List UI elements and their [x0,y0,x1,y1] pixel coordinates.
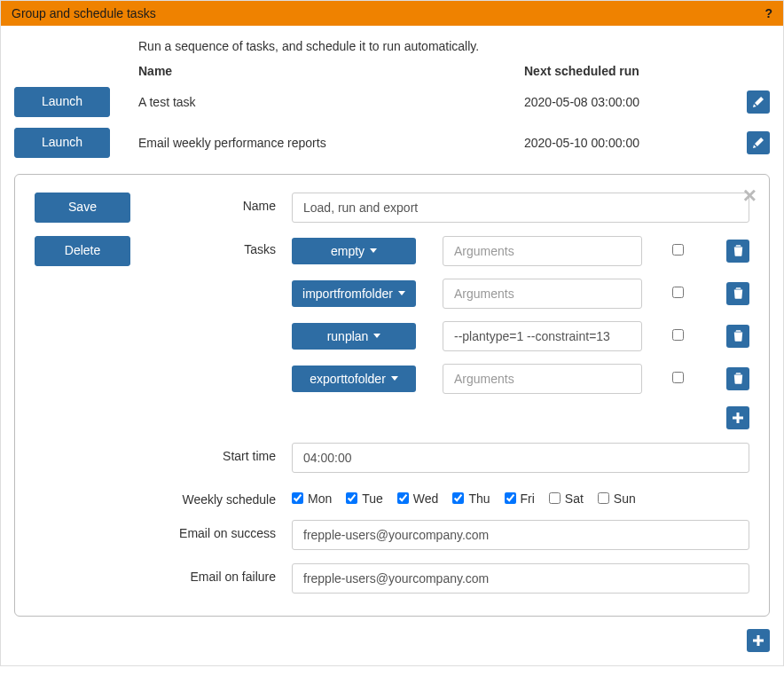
task-row: Launch Email weekly performance reports … [14,128,770,158]
day-checkbox-thu[interactable] [452,492,464,504]
task-type-dropdown[interactable]: importfromfolder [292,280,416,307]
task-checkbox[interactable] [672,244,684,256]
day-label: Tue [362,491,383,506]
column-header-name: Name [138,64,524,78]
task-list: Launch A test task 2020-05-08 03:00:00 L… [14,87,770,158]
name-input[interactable] [292,193,749,223]
close-button[interactable]: × [743,184,757,207]
task-entry: empty [292,236,749,266]
panel-title: Group and schedule tasks [12,6,156,20]
day-checkbox-wed[interactable] [397,492,409,504]
day-label: Sat [565,491,584,506]
caret-down-icon [370,248,377,253]
day-option[interactable]: Fri [505,491,535,506]
task-entry: exporttofolder [292,364,749,394]
weekly-schedule-group: Mon Tue Wed Thu Fri Sat Sun [292,486,749,506]
task-type-label: empty [331,244,365,258]
day-option[interactable]: Sun [598,491,636,506]
task-type-label: importfromfolder [302,287,393,301]
day-label: Sun [614,491,636,506]
task-type-label: runplan [327,329,369,343]
arguments-input[interactable] [443,279,642,309]
trash-icon [733,245,743,256]
day-label: Fri [521,491,535,506]
edit-icon [753,97,764,107]
panel-body: Run a sequence of tasks, and schedule it… [1,26,783,665]
task-rows-container: empty importfromfolder [292,236,749,429]
day-option[interactable]: Thu [452,491,490,506]
day-checkbox-tue[interactable] [346,492,357,504]
edit-button[interactable] [747,131,770,154]
task-next-run: 2020-05-10 00:00:00 [524,136,734,150]
launch-button[interactable]: Launch [14,128,110,158]
task-name: Email weekly performance reports [138,136,524,150]
task-type-dropdown[interactable]: exporttofolder [292,366,416,392]
email-success-input[interactable] [292,520,749,550]
save-button[interactable]: Save [35,193,130,223]
start-time-input[interactable] [292,443,749,473]
day-checkbox-sun[interactable] [598,492,609,504]
day-label: Wed [413,491,439,506]
caret-down-icon [373,334,380,338]
label-email-success: Email on success [159,520,292,540]
email-failure-input[interactable] [292,563,749,594]
task-entry: runplan [292,321,749,351]
caret-down-icon [391,376,398,381]
task-list-header: Name Next scheduled run [138,64,770,78]
column-header-next: Next scheduled run [524,64,770,78]
label-tasks: Tasks [159,236,292,256]
delete-task-button[interactable] [726,367,749,390]
day-checkbox-fri[interactable] [505,492,516,504]
delete-task-button[interactable] [726,282,749,305]
label-weekly-schedule: Weekly schedule [159,486,292,507]
launch-button[interactable]: Launch [14,87,110,117]
help-icon[interactable]: ? [764,6,772,20]
task-checkbox[interactable] [672,287,684,298]
arguments-input[interactable] [443,321,642,351]
plus-icon [753,635,764,646]
day-option[interactable]: Sat [549,491,584,506]
plus-icon [733,413,743,423]
label-name: Name [159,193,292,213]
task-checkbox[interactable] [672,372,684,383]
task-editor: × Save Name Delete Tasks [14,174,770,617]
day-option[interactable]: Tue [346,491,383,506]
task-type-dropdown[interactable]: empty [292,238,416,264]
edit-icon [753,138,764,148]
delete-button[interactable]: Delete [35,236,130,266]
task-type-dropdown[interactable]: runplan [292,323,416,350]
trash-icon [733,287,743,299]
arguments-input[interactable] [443,236,642,266]
add-task-button[interactable] [726,406,749,429]
day-checkbox-mon[interactable] [292,492,303,504]
label-start-time: Start time [159,443,292,463]
trash-icon [733,330,743,342]
delete-task-button[interactable] [726,240,749,263]
panel-description: Run a sequence of tasks, and schedule it… [138,39,770,53]
day-option[interactable]: Wed [397,491,439,506]
caret-down-icon [398,291,405,295]
panel-header: Group and schedule tasks ? [1,1,783,26]
task-next-run: 2020-05-08 03:00:00 [524,95,734,109]
day-label: Mon [308,491,332,506]
task-entry: importfromfolder [292,279,749,309]
task-type-label: exporttofolder [310,372,386,386]
day-label: Thu [468,491,490,506]
task-row: Launch A test task 2020-05-08 03:00:00 [14,87,770,117]
scheduler-panel: Group and schedule tasks ? Run a sequenc… [0,0,784,666]
arguments-input[interactable] [443,364,642,394]
add-scheduled-task-button[interactable] [747,629,770,652]
delete-task-button[interactable] [726,325,749,348]
edit-button[interactable] [747,90,770,114]
task-checkbox[interactable] [672,329,684,341]
day-option[interactable]: Mon [292,491,332,506]
day-checkbox-sat[interactable] [549,492,561,504]
label-email-failure: Email on failure [159,563,292,584]
trash-icon [733,373,743,384]
task-name: A test task [138,95,524,109]
